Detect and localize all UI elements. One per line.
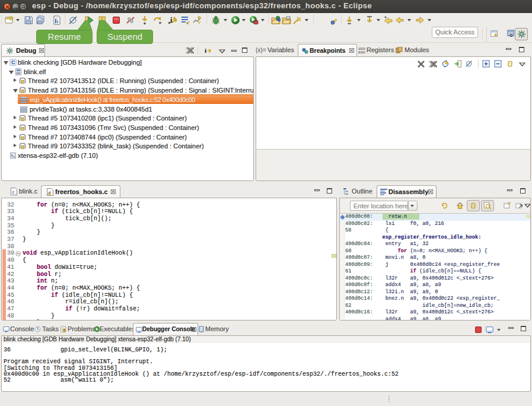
svg-text:0101: 0101 (358, 50, 365, 53)
svg-text:10: 10 (16, 71, 20, 75)
svg-text:C: C (509, 33, 512, 37)
svg-text:C: C (11, 59, 15, 65)
svg-text:c: c (12, 189, 15, 195)
svg-text:i: i (205, 47, 206, 54)
